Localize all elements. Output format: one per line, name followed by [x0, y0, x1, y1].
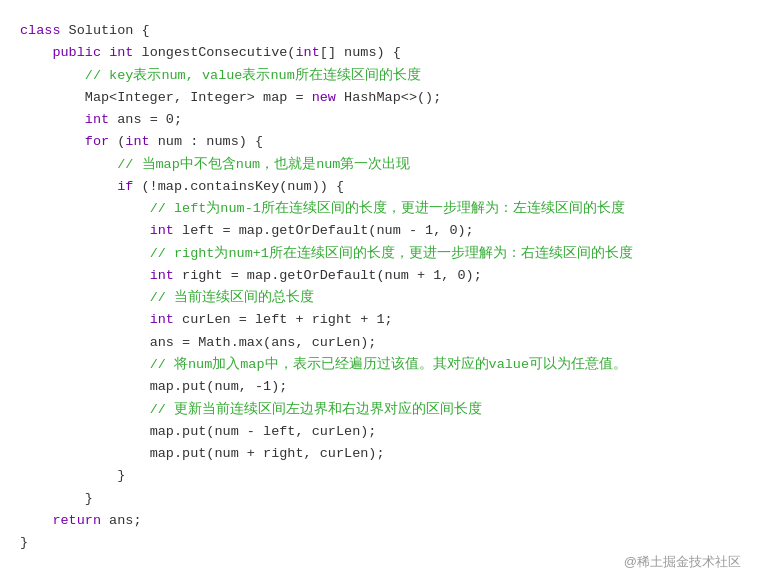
code-line: int ans = 0; — [20, 109, 741, 131]
code-line: } — [20, 532, 741, 554]
code-line: int left = map.getOrDefault(num - 1, 0); — [20, 220, 741, 242]
code-line: // 将num加入map中，表示已经遍历过该值。其对应的value可以为任意值。 — [20, 354, 741, 376]
code-line: map.put(num, -1); — [20, 376, 741, 398]
code-line: if (!map.containsKey(num)) { — [20, 176, 741, 198]
code-line: int curLen = left + right + 1; — [20, 309, 741, 331]
code-line: // 当前连续区间的总长度 — [20, 287, 741, 309]
code-pre: class Solution { public int longestConse… — [0, 10, 761, 564]
code-line: class Solution { — [20, 20, 741, 42]
code-line: // right为num+1所在连续区间的长度，更进一步理解为：右连续区间的长度 — [20, 243, 741, 265]
code-line: // 当map中不包含num，也就是num第一次出现 — [20, 154, 741, 176]
code-line: public int longestConsecutive(int[] nums… — [20, 42, 741, 64]
watermark: @稀土掘金技术社区 — [624, 553, 741, 571]
code-line: ans = Math.max(ans, curLen); — [20, 332, 741, 354]
code-line: map.put(num - left, curLen); — [20, 421, 741, 443]
code-line: Map<Integer, Integer> map = new HashMap<… — [20, 87, 741, 109]
code-line: // key表示num, value表示num所在连续区间的长度 — [20, 65, 741, 87]
code-line: return ans; — [20, 510, 741, 532]
code-line: } — [20, 465, 741, 487]
code-line: // 更新当前连续区间左边界和右边界对应的区间长度 — [20, 399, 741, 421]
code-container: class Solution { public int longestConse… — [0, 0, 761, 583]
code-line: } — [20, 488, 741, 510]
code-line: int right = map.getOrDefault(num + 1, 0)… — [20, 265, 741, 287]
code-line: // left为num-1所在连续区间的长度，更进一步理解为：左连续区间的长度 — [20, 198, 741, 220]
code-line: for (int num : nums) { — [20, 131, 741, 153]
code-line: map.put(num + right, curLen); — [20, 443, 741, 465]
